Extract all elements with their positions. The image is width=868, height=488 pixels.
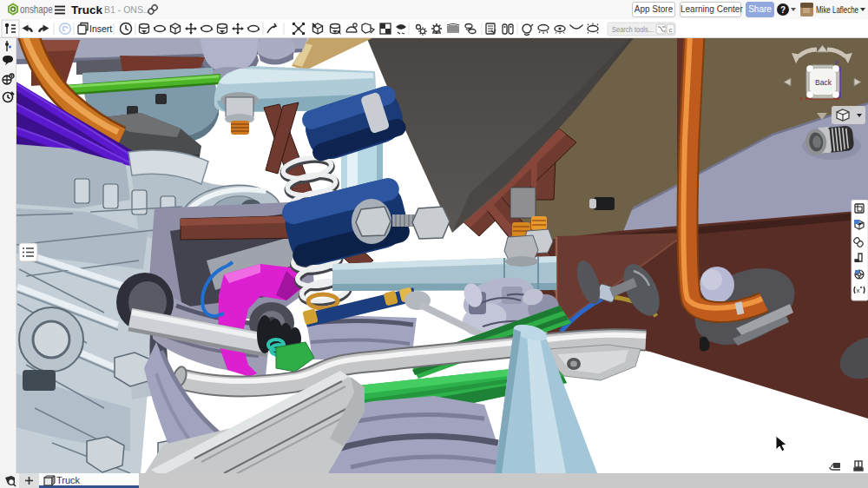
svg-text:c: c bbox=[669, 26, 673, 34]
svg-text:Mike Lafleche: Mike Lafleche bbox=[816, 5, 858, 15]
svg-text:x: x bbox=[857, 287, 860, 294]
svg-text:onshape: onshape bbox=[20, 3, 53, 15]
svg-text:x: x bbox=[799, 95, 803, 102]
svg-text:Search tools...: Search tools... bbox=[612, 24, 654, 34]
svg-text:z: z bbox=[835, 58, 838, 66]
svg-text:?: ? bbox=[780, 5, 786, 15]
svg-text:B1 - ONS...: B1 - ONS... bbox=[104, 4, 151, 15]
svg-text:Truck: Truck bbox=[56, 475, 81, 485]
svg-text:Back: Back bbox=[815, 78, 832, 87]
svg-text:Truck: Truck bbox=[71, 3, 103, 16]
svg-text:Insert: Insert bbox=[89, 23, 112, 34]
